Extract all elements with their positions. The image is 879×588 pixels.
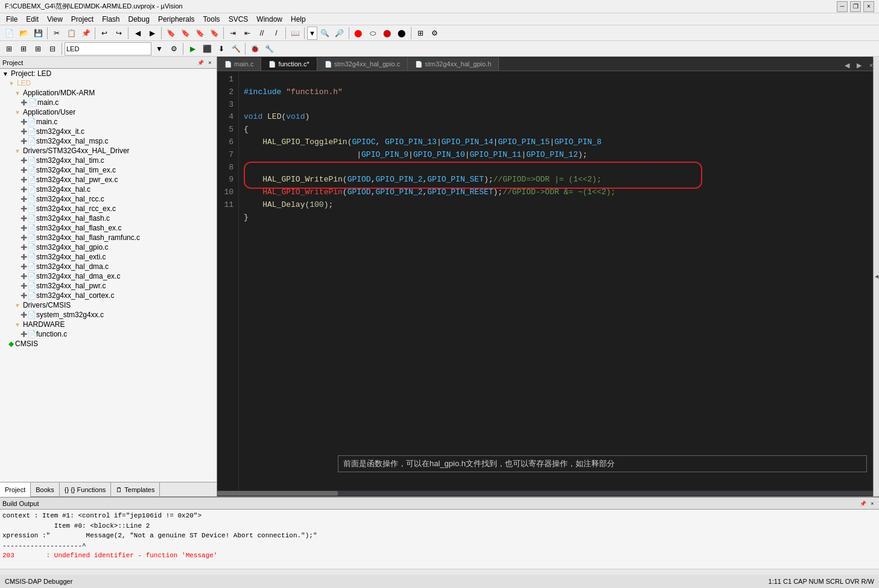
tb-bookmark[interactable]: 🔖: [164, 27, 177, 40]
tb-indent[interactable]: ⇥: [226, 27, 240, 40]
tb-uncomment[interactable]: /: [270, 27, 283, 40]
tree-file-hal-pwr-ex[interactable]: ➕ 📄 stm32g4xx_hal_pwr_ex.c: [0, 175, 217, 185]
tb2-build-all[interactable]: 🔨: [229, 42, 243, 55]
tb2-download[interactable]: ⬇: [215, 42, 228, 55]
close-button[interactable]: ×: [863, 1, 874, 12]
tb-bookmark3[interactable]: 🔖: [193, 27, 206, 40]
tree-file-hal-dma-ex[interactable]: ➕ 📄 stm32g4xx_hal_dma_ex.c: [0, 271, 217, 281]
menu-view[interactable]: View: [43, 14, 66, 24]
tb2-build-run[interactable]: ▶: [186, 42, 199, 55]
tab-templates[interactable]: 🗒 Templates: [111, 482, 160, 497]
tb-bookmark2[interactable]: 🔖: [179, 27, 192, 40]
editor-tab-main[interactable]: 📄 main.c: [217, 57, 261, 71]
tb-bookmark4[interactable]: 🔖: [208, 27, 221, 40]
menu-svcs[interactable]: SVCS: [225, 14, 252, 24]
tree-hardware[interactable]: ▼ HARDWARE: [0, 320, 217, 329]
editor-horizontal-scrollbar[interactable]: [217, 490, 879, 496]
tb-unindent[interactable]: ⇤: [241, 27, 254, 40]
tb2-btn2[interactable]: ⊞: [17, 42, 30, 55]
tree-file-startup[interactable]: ➕ 📄 main.c: [0, 98, 217, 107]
tb-save[interactable]: 💾: [31, 27, 45, 40]
tree-project-root[interactable]: ▼ Project: LED: [0, 69, 217, 78]
editor-tab-gpio-c[interactable]: 📄 stm32g4xx_hal_gpio.c: [317, 57, 408, 71]
tb-cut[interactable]: ✂: [50, 27, 63, 40]
tree-file-hal-tim[interactable]: ➕ 📄 stm32g4xx_hal_tim.c: [0, 156, 217, 165]
tree-file-function[interactable]: ➕ 📄 function.c: [0, 329, 217, 339]
tree-file-hal[interactable]: ➕ 📄 stm32g4xx_hal.c: [0, 185, 217, 194]
menu-edit[interactable]: Edit: [22, 14, 42, 24]
tb-undo[interactable]: ↩: [98, 27, 111, 40]
tree-file-system[interactable]: ➕ 📄 system_stm32g4xx.c: [0, 310, 217, 320]
tb-paste[interactable]: 📌: [79, 27, 92, 40]
minimize-button[interactable]: ─: [837, 1, 848, 12]
menu-tools[interactable]: Tools: [200, 14, 224, 24]
menu-project[interactable]: Project: [68, 14, 97, 24]
tree-file-msp[interactable]: ➕ 📄 stm32g4xx_hal_msp.c: [0, 136, 217, 146]
tb2-btn1[interactable]: ⊞: [2, 42, 16, 55]
menu-help[interactable]: Help: [287, 14, 309, 24]
tree-file-hal-dma[interactable]: ➕ 📄 stm32g4xx_hal_dma.c: [0, 262, 217, 271]
tb-debug4[interactable]: ⬤: [395, 27, 408, 40]
tb-new[interactable]: 📄: [2, 27, 16, 40]
tree-file-hal-exti[interactable]: ➕ 📄 stm32g4xx_hal_exti.c: [0, 252, 217, 262]
tree-file-hal-flash-ramfunc[interactable]: ➕ 📄 stm32g4xx_hal_flash_ramfunc.c: [0, 233, 217, 242]
tb-copy[interactable]: 📋: [65, 27, 78, 40]
tree-file-hal-cortex[interactable]: ➕ 📄 stm32g4xx_hal_cortex.c: [0, 291, 217, 300]
tab-books[interactable]: Books: [31, 482, 60, 497]
tree-hal-driver[interactable]: ▼ Drivers/STM32G4xx_HAL_Driver: [0, 146, 217, 156]
tb-doc[interactable]: 📖: [288, 27, 302, 40]
tb-debug2[interactable]: ⬭: [366, 27, 379, 40]
output-close[interactable]: ×: [868, 499, 877, 508]
tb-nav-fwd[interactable]: ▶: [145, 27, 159, 40]
tb-search2[interactable]: 🔎: [333, 27, 346, 40]
tb2-stop[interactable]: ⬛: [200, 42, 214, 55]
tree-app-user[interactable]: ▼ Application/User: [0, 107, 217, 117]
menu-window[interactable]: Window: [253, 14, 286, 24]
editor-tab-function[interactable]: 📄 function.c*: [261, 57, 317, 71]
output-pin[interactable]: 📌: [858, 499, 867, 508]
tb-search[interactable]: 🔍: [319, 27, 332, 40]
tree-file-hal-tim-ex[interactable]: ➕ 📄 stm32g4xx_hal_tim_ex.c: [0, 165, 217, 175]
code-content[interactable]: #include "function.h" void LED(void) { H…: [239, 71, 879, 490]
tb-open[interactable]: 📂: [17, 27, 30, 40]
tree-file-it[interactable]: ➕ 📄 stm32g4xx_it.c: [0, 127, 217, 136]
left-panel-pin[interactable]: 📌: [196, 58, 205, 67]
tb-target-dropdown[interactable]: ▼: [307, 27, 317, 40]
editor-tab-gpio-h[interactable]: 📄 stm32g4xx_hal_gpio.h: [408, 57, 499, 71]
tree-cmsis-driver[interactable]: ▼ Drivers/CMSIS: [0, 300, 217, 310]
tab-scroll-left[interactable]: ◀: [842, 60, 852, 71]
tree-led-group[interactable]: ▼ LED: [0, 78, 217, 88]
right-collapse-arrow[interactable]: ◀: [873, 57, 879, 496]
tree-file-main[interactable]: ➕ 📄 main.c: [0, 117, 217, 127]
menu-debug[interactable]: Debug: [125, 14, 153, 24]
tree-file-hal-rcc-ex[interactable]: ➕ 📄 stm32g4xx_hal_rcc_ex.c: [0, 204, 217, 213]
tb2-settings2[interactable]: 🔧: [262, 42, 276, 55]
tab-functions[interactable]: {} {} Functions: [60, 482, 111, 497]
tb2-btn3[interactable]: ⊞: [31, 42, 45, 55]
restore-button[interactable]: ❐: [850, 1, 861, 12]
tree-file-hal-flash-ex[interactable]: ➕ 📄 stm32g4xx_hal_flash_ex.c: [0, 223, 217, 233]
tree-cmsis[interactable]: ◆ CMSIS: [0, 339, 217, 349]
tree-file-hal-gpio[interactable]: ➕ 📄 stm32g4xx_hal_gpio.c: [0, 242, 217, 252]
tree-file-hal-flash[interactable]: ➕ 📄 stm32g4xx_hal_flash.c: [0, 213, 217, 223]
tb-nav-back[interactable]: ◀: [131, 27, 144, 40]
tb2-manage[interactable]: ⚙: [167, 42, 180, 55]
tb-debug3[interactable]: ⬤: [381, 27, 394, 40]
tab-project[interactable]: Project: [0, 482, 31, 497]
tb2-btn4[interactable]: ⊟: [46, 42, 59, 55]
tb-grid[interactable]: ⊞: [414, 27, 427, 40]
menu-flash[interactable]: Flash: [98, 14, 123, 24]
menu-file[interactable]: File: [2, 14, 21, 24]
menu-peripherals[interactable]: Peripherals: [154, 14, 198, 24]
tb-redo[interactable]: ↪: [112, 27, 125, 40]
tab-scroll-right[interactable]: ▶: [854, 60, 865, 71]
tree-file-hal-rcc[interactable]: ➕ 📄 stm32g4xx_hal_rcc.c: [0, 194, 217, 204]
tb2-debug[interactable]: 🐞: [248, 42, 261, 55]
scroll-thumb[interactable]: [217, 491, 338, 496]
tree-file-hal-pwr[interactable]: ➕ 📄 stm32g4xx_hal_pwr.c: [0, 281, 217, 291]
tb-debug-stop[interactable]: ⬤: [352, 27, 365, 40]
tb-comment[interactable]: //: [255, 27, 268, 40]
code-editor[interactable]: 1 2 3 4 5 6 7 8 9 10 11 #include "functi…: [217, 71, 879, 490]
tb2-target-dropdown[interactable]: ▼: [153, 42, 166, 55]
tree-app-mdk[interactable]: ▼ Application/MDK-ARM: [0, 88, 217, 98]
